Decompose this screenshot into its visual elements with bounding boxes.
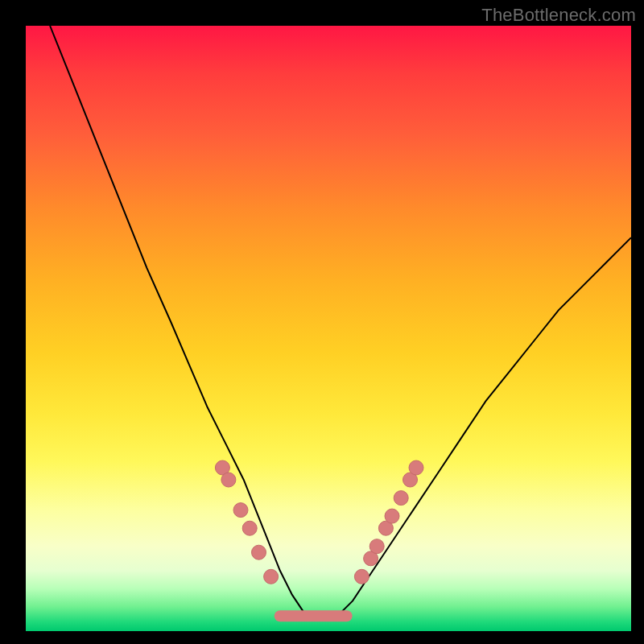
data-dot — [394, 491, 408, 506]
bottleneck-curve-path — [50, 26, 631, 619]
dots-right — [354, 460, 423, 584]
data-dot — [252, 545, 266, 559]
data-dot — [264, 569, 279, 584]
dots-left — [215, 460, 278, 584]
data-dot — [385, 509, 399, 523]
plot-area — [26, 26, 631, 631]
data-dot — [233, 503, 248, 518]
data-dot — [369, 539, 384, 554]
data-dot — [221, 473, 236, 487]
data-dot — [354, 569, 369, 584]
data-dot — [242, 521, 257, 535]
data-dot — [409, 460, 423, 475]
watermark-text: TheBottleneck.com — [481, 5, 636, 26]
bottleneck-chart — [26, 26, 631, 631]
outer-frame: TheBottleneck.com — [0, 0, 644, 644]
chart-layer — [50, 26, 631, 619]
